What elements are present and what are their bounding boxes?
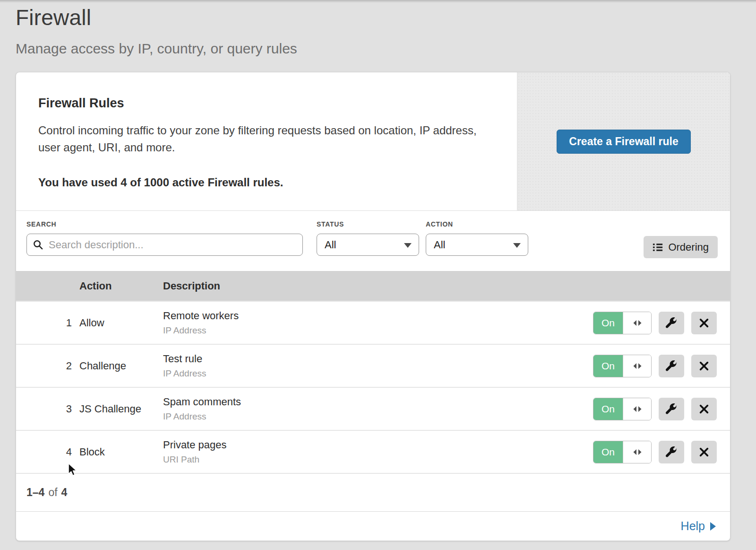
- edit-rule-button[interactable]: [659, 398, 684, 420]
- x-icon: [699, 318, 709, 328]
- search-input[interactable]: [26, 234, 303, 256]
- rule-description: Spam comments: [163, 396, 579, 408]
- rule-match-type: URI Path: [163, 454, 579, 465]
- table-header: Action Description: [16, 271, 730, 301]
- column-header-description: Description: [163, 280, 579, 292]
- intro-heading: Firewall Rules: [38, 96, 493, 111]
- delete-rule-button[interactable]: [691, 398, 717, 420]
- rule-enabled-toggle[interactable]: On: [593, 398, 652, 420]
- pagination-of: of: [48, 486, 57, 499]
- rule-enabled-toggle[interactable]: On: [593, 312, 652, 334]
- firewall-rules-card: Firewall Rules Control incoming traffic …: [16, 72, 730, 541]
- status-select-value: All: [325, 239, 336, 251]
- ordering-button[interactable]: Ordering: [644, 236, 718, 258]
- chevron-down-icon: [513, 243, 521, 248]
- rule-priority: 2: [16, 360, 79, 372]
- x-icon: [699, 404, 709, 414]
- rule-priority: 1: [16, 317, 79, 329]
- rules-usage-text: You have used 4 of 1000 active Firewall …: [38, 176, 493, 189]
- filter-bar: SEARCH STATUS All ACTION: [16, 211, 730, 271]
- table-row: 4 Block Private pages URI Path On: [16, 430, 730, 473]
- rule-action: Block: [79, 446, 163, 458]
- search-label: SEARCH: [26, 220, 303, 228]
- left-right-arrows-icon[interactable]: [623, 312, 651, 334]
- card-footer: Help: [16, 511, 730, 541]
- rule-match-type: IP Address: [163, 411, 579, 422]
- wrench-icon: [666, 317, 677, 329]
- wrench-icon: [666, 446, 677, 458]
- toggle-on-label: On: [593, 355, 623, 377]
- search-box: [26, 234, 303, 256]
- pagination-total: 4: [61, 486, 68, 499]
- toggle-on-label: On: [593, 398, 623, 420]
- rule-action: JS Challenge: [79, 403, 163, 415]
- create-firewall-rule-button[interactable]: Create a Firewall rule: [557, 130, 690, 154]
- action-label: ACTION: [426, 220, 528, 228]
- intro-description: Control incoming traffic to your zone by…: [38, 122, 492, 156]
- intro-text: Firewall Rules Control incoming traffic …: [16, 72, 517, 210]
- delete-rule-button[interactable]: [691, 312, 717, 334]
- rule-description: Remote workers: [163, 310, 579, 322]
- status-filter: STATUS All: [317, 220, 419, 256]
- delete-rule-button[interactable]: [691, 355, 717, 377]
- edit-rule-button[interactable]: [659, 355, 684, 377]
- search-filter: SEARCH: [26, 220, 303, 256]
- rule-match-type: IP Address: [163, 325, 579, 336]
- chevron-down-icon: [404, 243, 412, 248]
- help-link[interactable]: Help: [681, 519, 716, 533]
- status-select[interactable]: All: [317, 234, 419, 256]
- x-icon: [699, 447, 709, 457]
- rule-description: Test rule: [163, 353, 579, 365]
- pagination-range: 1–4: [26, 486, 44, 499]
- pagination: 1–4 of 4: [16, 473, 730, 511]
- toggle-on-label: On: [593, 441, 623, 463]
- action-filter: ACTION All: [426, 220, 528, 256]
- rule-action: Challenge: [79, 360, 163, 372]
- column-header-action: Action: [79, 280, 163, 292]
- rule-enabled-toggle[interactable]: On: [593, 441, 652, 463]
- rule-match-type: IP Address: [163, 368, 579, 379]
- page-title: Firewall: [16, 5, 740, 30]
- table-row: 1 Allow Remote workers IP Address On: [16, 301, 730, 344]
- page-subtitle: Manage access by IP, country, or query r…: [16, 41, 740, 57]
- rule-action: Allow: [79, 317, 163, 329]
- wrench-icon: [666, 360, 677, 372]
- create-rule-panel: Create a Firewall rule: [517, 72, 730, 210]
- left-right-arrows-icon[interactable]: [623, 355, 651, 377]
- ordering-button-label: Ordering: [668, 241, 709, 253]
- table-row: 2 Challenge Test rule IP Address On: [16, 344, 730, 387]
- delete-rule-button[interactable]: [691, 441, 717, 463]
- search-icon: [33, 239, 43, 250]
- intro-section: Firewall Rules Control incoming traffic …: [16, 72, 730, 211]
- left-right-arrows-icon[interactable]: [623, 398, 651, 420]
- rule-priority: 3: [16, 403, 79, 415]
- edit-rule-button[interactable]: [659, 441, 684, 463]
- status-label: STATUS: [317, 220, 419, 228]
- firewall-page: Firewall Manage access by IP, country, o…: [0, 0, 756, 541]
- rule-description: Private pages: [163, 439, 579, 451]
- edit-rule-button[interactable]: [659, 312, 684, 334]
- rule-priority: 4: [16, 446, 79, 458]
- table-row: 3 JS Challenge Spam comments IP Address …: [16, 387, 730, 430]
- action-select-value: All: [434, 239, 445, 251]
- action-select[interactable]: All: [426, 234, 528, 256]
- rule-enabled-toggle[interactable]: On: [593, 355, 652, 377]
- wrench-icon: [666, 403, 677, 415]
- ordering-list-icon: [653, 242, 663, 253]
- help-link-label: Help: [681, 519, 705, 533]
- left-right-arrows-icon[interactable]: [623, 441, 651, 463]
- right-arrow-icon: [710, 522, 716, 531]
- toggle-on-label: On: [593, 312, 623, 334]
- x-icon: [699, 361, 709, 371]
